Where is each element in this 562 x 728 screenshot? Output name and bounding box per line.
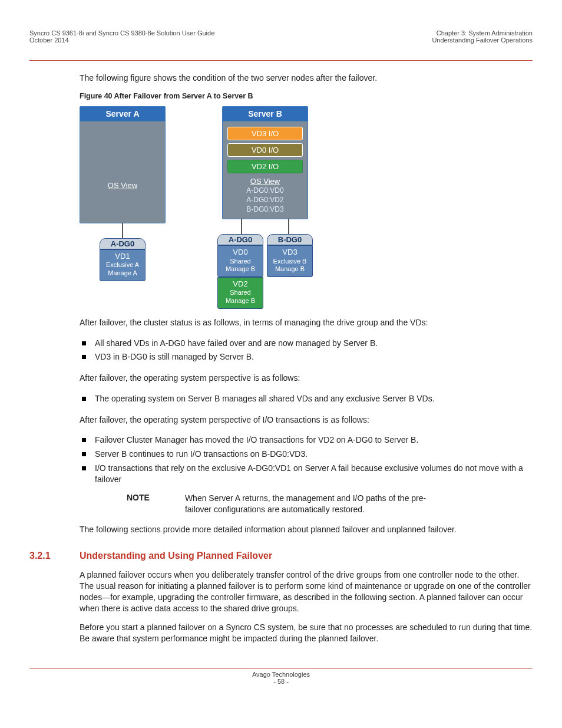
list-item: Failover Cluster Manager has moved the I…: [92, 433, 533, 447]
list-item: I/O transactions that rely on the exclus…: [92, 462, 533, 487]
after-failover-p1: After failover, the cluster status is as…: [80, 317, 533, 328]
vd0-io-row: VD0 I/O: [227, 143, 303, 157]
dg-b-vd0-box: VD0 Shared Manage B: [217, 245, 263, 277]
server-a-panel: Server A OS View: [80, 106, 166, 223]
footer-company: Avago Technologies: [29, 671, 533, 678]
note-label: NOTE: [127, 493, 150, 516]
dg-b-vd2-box: VD2 Shared Manage B: [217, 277, 263, 309]
list3: Failover Cluster Manager has moved the I…: [80, 433, 533, 486]
dg-b-vd3-box: VD3 Exclusive B Manage B: [267, 245, 313, 277]
list-item: Server B continues to run I/O transactio…: [92, 447, 533, 462]
list-item: VD3 in B-DG0 is still managed by Server …: [92, 350, 533, 364]
header-chapter: Chapter 3: System Administration: [432, 29, 533, 37]
dg-a-box: VD1 Exclusive A Manage A: [100, 249, 146, 281]
footer-page: - 58 -: [29, 678, 533, 685]
header-date: October 2014: [29, 37, 214, 44]
section-title: Understanding and Using Planned Failover: [80, 551, 272, 561]
header-guide-title: Syncro CS 9361-8i and Syncro CS 9380-8e …: [29, 29, 214, 37]
outro-paragraph: The following sections provide more deta…: [80, 524, 533, 535]
header-section: Understanding Failover Operations: [432, 37, 533, 44]
list1: All shared VDs in A-DG0 have failed over…: [80, 337, 533, 364]
server-b-panel: Server B VD3 I/O VD0 I/O VD2 I/O OS View…: [222, 106, 308, 220]
after-failover-p2: After failover, the operating system per…: [80, 373, 533, 384]
dg-a-tab: A-DG0: [100, 238, 146, 249]
section-p1: A planned failover occurs when you delib…: [80, 569, 533, 614]
server-b-title: Server B: [223, 107, 308, 121]
list-item: All shared VDs in A-DG0 have failed over…: [92, 337, 533, 351]
vd2-io-row: VD2 I/O: [227, 160, 303, 173]
figure-caption: Figure 40 After Failover from Server A t…: [80, 92, 533, 100]
note-block: NOTE When Server A returns, the manageme…: [127, 493, 533, 516]
server-a-title: Server A: [80, 107, 165, 121]
server-b-oslist: A-DG0:VD0 A-DG0:VD2 B-DG0:VD3: [227, 186, 303, 215]
figure-40: Server A OS View A-DG0 VD1 Exclusive A M…: [80, 106, 533, 309]
list2: The operating system on Server B manages…: [80, 392, 533, 406]
after-failover-p3: After failover, the operating system per…: [80, 414, 533, 426]
server-a-osview: OS View: [85, 181, 160, 190]
server-b-osview: OS View: [227, 177, 303, 186]
page-footer: Avago Technologies - 58 -: [29, 668, 533, 685]
vd3-io-row: VD3 I/O: [227, 127, 303, 140]
note-text: When Server A returns, the management an…: [185, 493, 444, 516]
section-p2: Before you start a planned failover on a…: [80, 622, 533, 644]
section-heading: 3.2.1 Understanding and Using Planned Fa…: [29, 551, 533, 561]
page-header: Syncro CS 9361-8i and Syncro CS 9380-8e …: [29, 29, 533, 61]
list-item: The operating system on Server B manages…: [92, 392, 533, 406]
dg-b-adg0-tab: A-DG0: [217, 234, 263, 245]
dg-b-bdg0-tab: B-DG0: [267, 234, 313, 245]
section-number: 3.2.1: [29, 551, 62, 561]
intro-paragraph: The following figure shows the condition…: [80, 73, 533, 84]
